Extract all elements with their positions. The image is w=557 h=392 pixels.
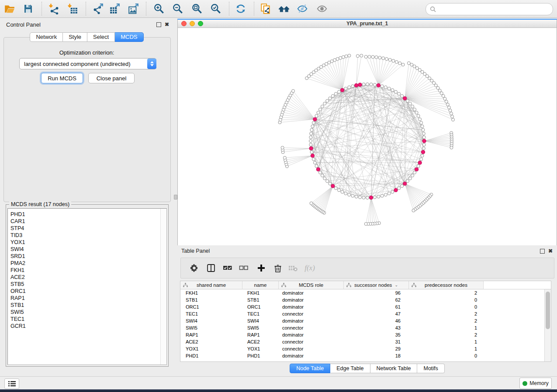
table-row[interactable]: SWI5SWI5connector431 (180, 324, 545, 331)
table-row[interactable]: YOX1YOX1connector291 (180, 345, 545, 352)
save-session-icon[interactable] (22, 3, 34, 14)
tab-mcds[interactable]: MCDS (115, 32, 143, 42)
zoom-selected-icon[interactable] (210, 3, 221, 14)
mcds-result-item[interactable]: ORC1 (10, 288, 160, 295)
table-toolbar: f(x) (180, 258, 554, 279)
deselect-all-rows-icon[interactable] (238, 262, 249, 274)
search-field (426, 3, 553, 15)
table-row[interactable]: RAP1RAP1dominator352 (180, 331, 545, 338)
export-image-icon[interactable] (128, 3, 139, 14)
delete-table-icon (287, 262, 299, 274)
mcds-list-scrollbar[interactable] (160, 209, 166, 364)
table-cell: SWI5 (242, 324, 278, 331)
add-column-icon[interactable] (256, 262, 267, 274)
tab-network[interactable]: Network (30, 32, 63, 42)
table-cell: FKH1 (242, 289, 278, 296)
table-row[interactable]: SWI4SWI4dominator462 (180, 317, 545, 324)
tab-motifs[interactable]: Motifs (417, 364, 444, 373)
tab-network-table[interactable]: Network Table (370, 364, 418, 373)
select-all-rows-icon[interactable] (222, 262, 233, 274)
mcds-result-item[interactable]: STB5 (10, 281, 160, 288)
tab-select[interactable]: Select (87, 32, 115, 42)
tab-style[interactable]: Style (63, 32, 87, 42)
first-neighbors-icon[interactable] (278, 3, 290, 14)
tab-edge-table[interactable]: Edge Table (330, 364, 370, 373)
export-network-icon[interactable] (93, 3, 104, 14)
search-input[interactable] (438, 6, 553, 13)
mcds-result-item[interactable]: TID3 (10, 232, 160, 239)
node-table-header: shared name name MCDS role successor nod… (180, 281, 551, 289)
table-cell: STB1 (180, 296, 242, 303)
column-header-shared-name[interactable]: shared name (180, 281, 242, 289)
hide-selected-icon[interactable] (297, 3, 308, 14)
column-header-mcds-role[interactable]: MCDS role (279, 281, 344, 289)
network-canvas[interactable] (178, 28, 557, 245)
mcds-result-item[interactable]: TEC1 (10, 316, 160, 323)
table-row[interactable]: FKH1FKH1dominator962 (180, 289, 545, 296)
tab-node-table[interactable]: Node Table (290, 364, 330, 373)
run-mcds-button[interactable]: Run MCDS (41, 73, 83, 83)
mcds-result-item[interactable]: CAR1 (10, 218, 160, 225)
table-row[interactable]: ACE2ACE2connector311 (180, 338, 545, 345)
table-row[interactable]: ORC1ORC1dominator610 (180, 303, 545, 310)
table-row[interactable]: TEC1TEC1connector472 (180, 310, 545, 317)
close-panel-icon[interactable]: ✖ (548, 249, 553, 253)
column-header-successor-nodes[interactable]: successor nodes ⌄ (344, 281, 409, 289)
table-cell: 62 (343, 296, 407, 303)
memory-button[interactable]: Memory (519, 378, 552, 389)
panel-splitter-handle[interactable] (174, 195, 177, 199)
split-panel-icon[interactable] (205, 262, 217, 274)
table-cell: ACE2 (180, 338, 242, 345)
mcds-result-item[interactable]: GCR1 (10, 323, 160, 330)
task-history-button[interactable] (4, 378, 19, 389)
table-panel-window-buttons: ✖ (540, 249, 553, 254)
close-panel-icon[interactable]: ✖ (165, 23, 169, 27)
table-cell: 0 (407, 352, 481, 359)
table-cell: ORC1 (180, 303, 242, 310)
open-file-icon[interactable] (4, 3, 15, 14)
table-cell: dominator (278, 352, 343, 359)
table-cell: YOX1 (242, 345, 278, 352)
zoom-out-icon[interactable] (172, 3, 183, 14)
table-mode-gear-icon[interactable] (189, 262, 200, 274)
column-header-name[interactable]: name (242, 281, 279, 289)
optimization-criterion-label: Optimization criterion: (0, 49, 173, 56)
mcds-result-item[interactable]: PHD1 (10, 211, 160, 218)
table-scrollbar-thumb[interactable] (546, 292, 550, 329)
apply-layout-icon[interactable] (235, 3, 246, 14)
table-cell: connector (278, 345, 343, 352)
table-scrollbar[interactable] (544, 289, 551, 361)
mcds-result-item[interactable]: YOX1 (10, 239, 160, 246)
mcds-result-item[interactable]: PMA2 (10, 260, 160, 267)
column-header-predecessor-nodes[interactable]: predecessor nodes (409, 281, 484, 289)
table-row[interactable]: PHD1PHD1dominator180 (180, 352, 545, 359)
export-table-icon[interactable] (109, 3, 121, 14)
zoom-fit-icon[interactable] (191, 3, 203, 14)
table-cell: 46 (343, 317, 407, 324)
attribute-icon (281, 283, 286, 287)
delete-columns-icon[interactable] (272, 262, 284, 274)
close-panel-button[interactable]: Close panel (88, 73, 135, 83)
new-network-from-selection-icon[interactable] (260, 3, 271, 14)
toolbar-separator (146, 2, 146, 16)
table-cell: SWI5 (180, 324, 242, 331)
mcds-result-item[interactable]: RAP1 (10, 295, 160, 302)
optimization-criterion-dropdown[interactable]: largest connected component (undirected) (19, 58, 156, 69)
mcds-result-item[interactable]: STP4 (10, 225, 160, 232)
table-cell: PHD1 (242, 352, 278, 359)
mcds-result-item[interactable]: SWI5 (10, 309, 160, 316)
mcds-result-item[interactable]: FKH1 (10, 267, 160, 274)
import-network-icon[interactable] (48, 3, 59, 14)
mcds-result-item[interactable]: SRD1 (10, 253, 160, 260)
float-panel-icon[interactable] (540, 249, 545, 254)
mcds-result-item[interactable]: SWI4 (10, 246, 160, 253)
memory-label: Memory (529, 380, 548, 386)
float-panel-icon[interactable] (156, 22, 161, 27)
table-row[interactable]: STB1STB1dominator620 (180, 296, 545, 303)
mcds-result-item[interactable]: ACE2 (10, 274, 160, 281)
mcds-result-item[interactable]: STB1 (10, 302, 160, 309)
zoom-in-icon[interactable] (153, 3, 165, 14)
import-table-icon[interactable] (67, 3, 78, 14)
show-all-icon[interactable] (316, 3, 328, 14)
network-window-titlebar[interactable]: YPA_prune.txt_1 (178, 20, 557, 28)
